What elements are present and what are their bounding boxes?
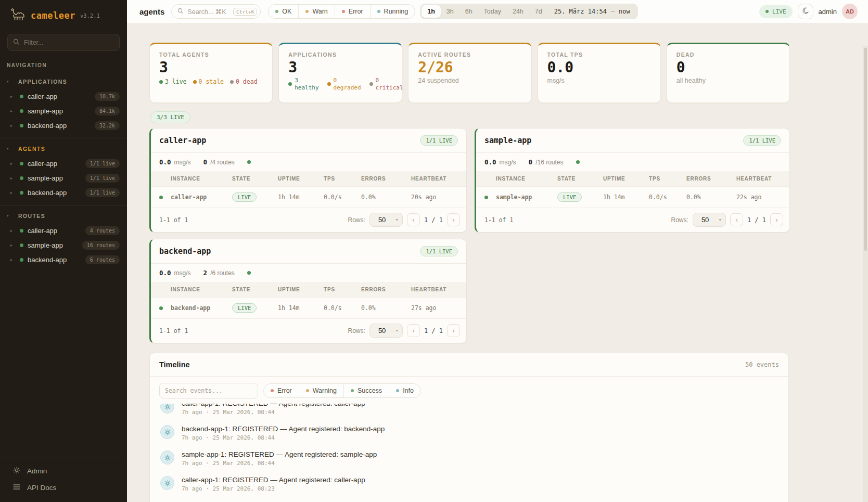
filter-chip-warning[interactable]: Warning [299,384,343,397]
time-range-24h[interactable]: 24h [507,5,529,18]
status-dot [20,124,23,127]
event-item[interactable]: sample-app-1: REGISTERED — Agent registe… [159,448,779,469]
sidebar-item-applications-backend-app[interactable]: ▸ backend-app 32.2k [0,118,127,133]
section-header-applications[interactable]: ▾ APPLICATIONS [0,74,127,89]
event-item[interactable]: backend-app-1: REGISTERED — Agent regist… [159,422,779,444]
sidebar-item-label: backend-app [28,189,67,197]
sidebar-filter-input[interactable] [24,39,114,46]
live-status-badge[interactable]: LIVE [759,5,793,18]
date-range-display[interactable]: 25. März 14:54 — now [548,8,636,15]
time-range-6h[interactable]: 6h [459,5,478,18]
status-dot [247,160,251,164]
camel-logo-icon [8,7,26,23]
app-card-title[interactable]: backend-app [159,247,211,256]
logo[interactable]: cameleer v3.2.1 [0,0,127,29]
events-search-input[interactable] [165,387,252,394]
tps-unit: msg/s [174,159,191,166]
filter-chip-running[interactable]: Running [370,5,415,18]
prev-page-button[interactable]: ‹ [407,213,420,226]
sidebar-item-label: caller-app [28,93,57,100]
status-dot [271,389,274,392]
column-header-tps: TPS [322,282,359,298]
time-range-today[interactable]: Today [478,5,507,18]
section-header-routes[interactable]: ▾ ROUTES [0,209,127,223]
filter-chip-info[interactable]: Info [389,384,420,397]
scrollbar-thumb[interactable] [864,48,867,251]
status-dot [247,271,251,275]
app-card-title[interactable]: sample-app [484,136,531,145]
table-row[interactable]: sample-app LIVE 1h 14m 0.0/s 0.0% 22s ag… [476,187,789,208]
section-header-agents[interactable]: ▾ AGENTS [0,141,127,156]
next-page-button[interactable]: › [770,213,783,226]
app-cards-grid: caller-app 1/1 LIVE 0.0 msg/s 0 /4 route… [149,128,868,343]
vertical-scrollbar[interactable] [863,46,868,502]
events-search[interactable] [159,383,258,398]
app-root: cameleer v3.2.1 NAVIGATION ▾ APPLICATION… [0,0,868,502]
event-title: caller-app-1: REGISTERED — Agent registe… [182,404,365,407]
prev-page-button[interactable]: ‹ [730,213,743,226]
filter-chip-label: Running [384,8,409,15]
table-header-row: INSTANCE STATE UPTIME TPS ERRORS HEARTBE… [476,171,789,187]
app-card-title[interactable]: caller-app [159,136,206,145]
theme-toggle-button[interactable] [798,4,813,19]
sidebar-item-api-docs[interactable]: API Docs [0,479,127,496]
tps-value: 0.0 [159,269,171,277]
sidebar-item-admin[interactable]: Admin [0,462,127,479]
event-item[interactable]: caller-app-1: REGISTERED — Agent registe… [159,404,779,418]
sidebar-item-agents-backend-app[interactable]: ▸ backend-app 1/1 live [0,185,127,200]
events-count-label: 50 events [745,361,779,368]
chevron-down-icon: ▾ [7,147,18,151]
filter-chip-warn[interactable]: Warn [298,5,334,18]
filter-chip-error[interactable]: Error [335,5,370,18]
sidebar-item-agents-caller-app[interactable]: ▸ caller-app 1/1 live [0,156,127,171]
timeline-title: Timeline [159,361,190,369]
sidebar-item-routes-backend-app[interactable]: ▸ backend-app 6 routes [0,252,127,267]
table-row[interactable]: caller-app LIVE 1h 14m 0.0/s 0.0% 20s ag… [151,187,466,208]
filter-chip-ok[interactable]: OK [269,5,298,18]
menu-icon [13,484,20,492]
instances-table: INSTANCE STATE UPTIME TPS ERRORS HEARTBE… [151,282,466,318]
global-search[interactable]: Search... ⌘K Ctrl+K [171,4,261,19]
prev-page-button[interactable]: ‹ [407,324,420,337]
table-row[interactable]: backend-app LIVE 1h 14m 0.0/s 0.0% 27s a… [151,298,466,319]
time-range-7d[interactable]: 7d [529,5,548,18]
stat-subtext: 24 suspended [418,77,521,84]
column-header-state: STATE [230,282,276,298]
rows-per-page-select[interactable]: 50▾ [693,213,726,227]
stat-subtext: msg/s [547,77,651,84]
time-range-1h[interactable]: 1h [422,5,441,18]
rows-per-page-label: Rows: [348,216,365,224]
time-range-3h[interactable]: 3h [441,5,459,18]
stat-meta: 0 dead [236,78,258,85]
next-page-button[interactable]: › [447,324,460,337]
sidebar-item-routes-sample-app[interactable]: ▸ sample-app 16 routes [0,238,127,252]
stat-meta: critical [376,84,403,92]
filter-chip-label: Error [349,8,363,15]
rows-per-page-label: Rows: [671,216,688,224]
sidebar-item-agents-sample-app[interactable]: ▸ sample-app 1/1 live [0,171,127,185]
event-list[interactable]: caller-app-1: REGISTERED — Agent registe… [150,404,788,499]
rows-per-page-select[interactable]: 50▾ [369,213,403,227]
sidebar-item-applications-caller-app[interactable]: ▸ caller-app 10.7k [0,89,127,104]
section-label: ROUTES [18,213,45,219]
next-page-button[interactable]: › [447,213,460,226]
event-item[interactable]: caller-app-1: REGISTERED — Agent registe… [159,473,779,495]
sidebar-filter[interactable] [7,34,120,51]
status-dot [765,10,769,13]
event-filter-group: Error Warning Success Info [263,383,421,398]
chevron-down-icon: ▾ [396,217,398,222]
heartbeat-cell: 27s ago [409,298,466,319]
item-count-badge: 16 routes [82,241,120,250]
filter-chip-error[interactable]: Error [264,384,299,397]
avatar[interactable]: AD [842,4,858,19]
section-label: AGENTS [18,146,45,152]
sidebar-item-routes-caller-app[interactable]: ▸ caller-app 4 routes [0,223,127,238]
rows-per-page-select[interactable]: 50▾ [369,324,403,338]
filter-chip-success[interactable]: Success [343,384,389,397]
sidebar-item-applications-sample-app[interactable]: ▸ sample-app 84.1k [0,104,127,118]
chevron-right-icon: ▸ [10,109,16,113]
stat-label: DEAD [676,52,780,58]
chevron-right-icon: ▸ [10,176,16,181]
stat-meta-num: 0 [376,77,403,84]
stat-meta: healthy [295,84,318,92]
